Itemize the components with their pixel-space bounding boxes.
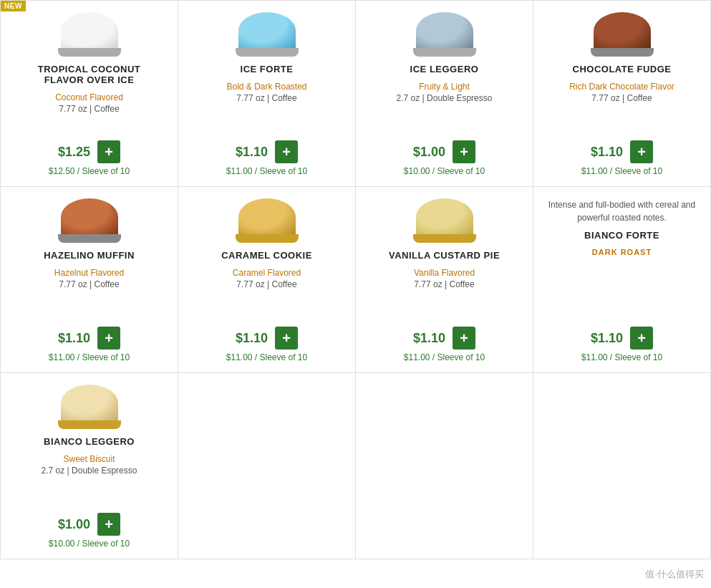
product-price: $1.10	[413, 331, 445, 346]
sleeve-price: $11.00 / Sleeve of 10	[49, 352, 130, 362]
add-to-cart-button[interactable]: +	[97, 327, 120, 350]
capsule-image-ice-leggero	[413, 12, 476, 57]
add-to-cart-button[interactable]: +	[275, 140, 298, 163]
product-price: $1.10	[236, 145, 268, 160]
add-to-cart-button[interactable]: +	[275, 327, 298, 350]
sleeve-price: $11.00 / Sleeve of 10	[581, 166, 662, 176]
capsule-image-hazelino-muffin	[58, 198, 121, 243]
sleeve-price: $11.00 / Sleeve of 10	[226, 166, 307, 176]
price-row: $1.10 +	[236, 140, 298, 163]
product-cell-caramel-cookie: CARAMEL COOKIE Caramel Flavored 7.77 oz …	[178, 187, 356, 373]
product-name: CHOCOLATE FUDGE	[573, 64, 672, 74]
empty-cell-3	[533, 373, 711, 559]
product-price: $1.00	[413, 145, 445, 160]
sleeve-price: $11.00 / Sleeve of 10	[226, 352, 307, 362]
price-row: $1.25 +	[58, 140, 120, 163]
product-meta: 7.77 oz | Coffee	[591, 93, 652, 103]
price-row: $1.00 +	[413, 140, 475, 163]
capsule-image-ice-forte	[236, 12, 299, 57]
product-price: $1.10	[58, 331, 90, 346]
price-row: $1.00 +	[58, 513, 120, 536]
new-badge: NEW	[1, 1, 26, 11]
product-flavor: Sweet Biscuit	[63, 454, 115, 464]
capsule-image-bianco-leggero	[58, 385, 121, 429]
sleeve-price: $10.00 / Sleeve of 10	[404, 166, 485, 176]
product-cell-vanilla-custard-pie: VANILLA CUSTARD PIE Vanilla Flavored 7.7…	[356, 187, 533, 373]
add-to-cart-button[interactable]: +	[630, 327, 653, 350]
price-row: $1.10 +	[413, 327, 475, 350]
product-price: $1.10	[591, 331, 623, 346]
capsule-image-chocolate-fudge	[591, 12, 654, 57]
product-meta: 2.7 oz | Double Espresso	[397, 93, 493, 103]
product-cell-bianco-forte: Intense and full-bodied with cereal and …	[533, 187, 711, 373]
product-name: CARAMEL COOKIE	[221, 250, 312, 261]
product-name: BIANCO LEGGERO	[44, 436, 135, 447]
price-row: $1.10 +	[591, 327, 653, 350]
product-name: VANILLA CUSTARD PIE	[389, 250, 500, 261]
product-price: $1.10	[591, 145, 623, 160]
product-meta: 7.77 oz | Coffee	[236, 93, 296, 103]
product-cell-tropical-coconut: NEW TROPICAL COCONUTFLAVOR OVER ICE Coco…	[1, 1, 178, 187]
product-name: ICE FORTE	[241, 64, 294, 74]
product-name: HAZELINO MUFFIN	[44, 250, 135, 261]
product-name: BIANCO FORTE	[584, 230, 659, 241]
product-name: TROPICAL COCONUTFLAVOR OVER ICE	[38, 64, 141, 85]
sleeve-price: $11.00 / Sleeve of 10	[581, 352, 662, 362]
product-name: ICE LEGGERO	[410, 64, 479, 74]
product-price: $1.25	[58, 145, 90, 160]
product-description: Intense and full-bodied with cereal and …	[542, 198, 702, 224]
empty-cell-1	[178, 373, 356, 559]
product-flavor: Fruity & Light	[419, 82, 470, 92]
product-meta: 7.77 oz | Coffee	[414, 279, 474, 289]
product-meta: 2.7 oz | Double Espresso	[42, 466, 137, 476]
capsule-image-tropical-coconut	[58, 12, 121, 57]
roast-label: DARK ROAST	[592, 248, 652, 256]
product-cell-ice-leggero: ICE LEGGERO Fruity & Light 2.7 oz | Doub…	[356, 1, 533, 187]
product-meta: 7.77 oz | Coffee	[236, 279, 296, 289]
product-flavor: Bold & Dark Roasted	[226, 82, 306, 92]
empty-cell-2	[356, 373, 533, 559]
product-flavor: Caramel Flavored	[233, 268, 301, 278]
product-price: $1.10	[236, 331, 268, 346]
product-flavor: Rich Dark Chocolate Flavor	[569, 82, 674, 92]
product-cell-bianco-leggero: BIANCO LEGGERO Sweet Biscuit 2.7 oz | Do…	[1, 373, 178, 559]
capsule-image-caramel-cookie	[236, 198, 299, 243]
sleeve-price: $11.00 / Sleeve of 10	[404, 352, 485, 362]
product-meta: 7.77 oz | Coffee	[59, 104, 119, 114]
product-flavor: Hazelnut Flavored	[54, 268, 124, 278]
product-cell-hazelino-muffin: HAZELINO MUFFIN Hazelnut Flavored 7.77 o…	[1, 187, 178, 373]
add-to-cart-button[interactable]: +	[453, 327, 475, 350]
add-to-cart-button[interactable]: +	[97, 513, 120, 536]
product-grid: NEW TROPICAL COCONUTFLAVOR OVER ICE Coco…	[0, 0, 711, 559]
product-flavor: Coconut Flavored	[55, 92, 123, 102]
product-price: $1.00	[58, 517, 90, 532]
add-to-cart-button[interactable]: +	[97, 140, 120, 163]
price-row: $1.10 +	[58, 327, 120, 350]
sleeve-price: $12.50 / Sleeve of 10	[49, 166, 130, 176]
add-to-cart-button[interactable]: +	[630, 140, 653, 163]
price-row: $1.10 +	[236, 327, 298, 350]
price-row: $1.10 +	[591, 140, 653, 163]
product-cell-chocolate-fudge: CHOCOLATE FUDGE Rich Dark Chocolate Flav…	[533, 1, 711, 187]
product-cell-ice-forte: ICE FORTE Bold & Dark Roasted 7.77 oz | …	[178, 1, 356, 187]
sleeve-price: $10.00 / Sleeve of 10	[49, 539, 130, 549]
add-to-cart-button[interactable]: +	[453, 140, 475, 163]
product-flavor: Vanilla Flavored	[414, 268, 475, 278]
product-meta: 7.77 oz | Coffee	[59, 279, 119, 289]
capsule-image-vanilla-custard-pie	[413, 198, 476, 243]
